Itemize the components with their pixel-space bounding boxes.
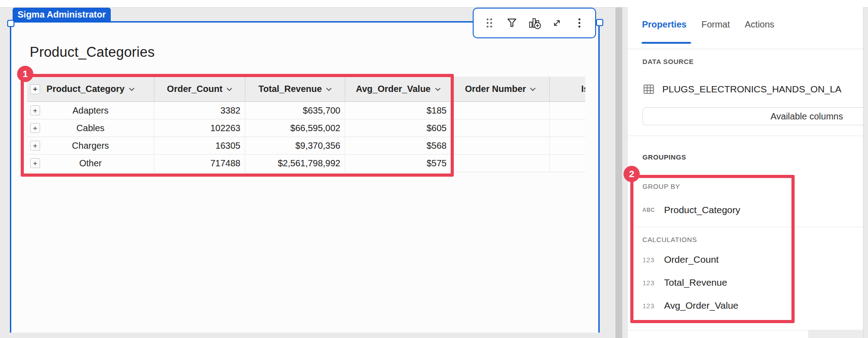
data-source-row[interactable]: PLUGS_ELECTRONICS_HANDS_ON_LA (642, 83, 863, 96)
workbook-element-canvas: Product_Categories + Product_Category Or… (10, 21, 600, 333)
element-title[interactable]: Product_Categories (30, 44, 155, 60)
cell-category[interactable]: + Adapters (27, 102, 154, 119)
cell-value: $66,595,002 (290, 123, 340, 133)
more-menu-icon[interactable] (570, 13, 588, 33)
column-header-label: Order_Count (167, 84, 222, 94)
column-header-order-number[interactable]: Order Number (452, 77, 550, 102)
panel-tabs: Properties Format Actions (642, 19, 774, 30)
expand-row-button[interactable]: + (30, 105, 40, 115)
filter-icon[interactable] (503, 13, 521, 33)
field-label: Order_Count (664, 254, 719, 265)
expand-row-button[interactable]: + (30, 158, 40, 168)
number-type-icon: 123 (642, 302, 658, 310)
field-label: Product_Category (664, 205, 740, 215)
cell-avg-order-value[interactable]: $185 (345, 102, 452, 119)
cell-category[interactable]: + Chargers (27, 137, 154, 155)
expand-row-button[interactable]: + (30, 123, 40, 133)
cell-total-revenue[interactable]: $2,561,798,992 (245, 155, 345, 172)
create-child-chart-icon[interactable] (525, 13, 543, 33)
sigma-workbook-screen: Sigma Administrator Product_Categories +… (0, 0, 868, 338)
divider (628, 136, 863, 136)
calculation-item-total-revenue[interactable]: 123 Total_Revenue (642, 277, 727, 288)
cell-total-revenue[interactable]: $9,370,356 (245, 137, 345, 155)
expand-row-button[interactable]: + (30, 141, 40, 151)
cell-value: Adapters (72, 105, 108, 116)
column-header-label: Product_Category (46, 84, 124, 94)
cell-is-cal[interactable] (550, 137, 585, 155)
data-table: + Product_Category Order_Count Total_Rev… (27, 77, 585, 172)
column-header-total-revenue[interactable]: Total_Revenue (245, 77, 345, 102)
cell-total-revenue[interactable]: $66,595,002 (245, 119, 345, 137)
column-header-order-count[interactable]: Order_Count (154, 77, 245, 102)
cell-is-cal[interactable] (550, 102, 585, 119)
cell-is-cal[interactable] (550, 119, 585, 137)
cell-order-count[interactable]: 102263 (154, 119, 245, 137)
calculation-item-order-count[interactable]: 123 Order_Count (642, 254, 719, 265)
cell-is-cal[interactable] (550, 155, 585, 172)
cell-category[interactable]: + Cables (27, 119, 154, 137)
group-by-label: GROUP BY (642, 183, 680, 190)
element-toolbar (473, 8, 596, 38)
data-source-heading: DATA SOURCE (642, 58, 694, 65)
chevron-down-icon[interactable] (326, 87, 332, 91)
cell-value: Cables (77, 123, 104, 133)
cell-total-revenue[interactable]: $635,700 (245, 102, 345, 119)
cell-value: $605 (427, 123, 447, 133)
cell-category[interactable]: + Other (27, 155, 154, 172)
vertical-scrollbar-thumb[interactable] (615, 7, 622, 338)
selection-owner-badge: Sigma Administrator (13, 8, 111, 21)
cell-avg-order-value[interactable]: $568 (345, 137, 452, 155)
text-type-icon: ABC (642, 207, 658, 213)
table-row: + Cables 102263 $66,595,002 $605 (27, 119, 585, 137)
chevron-down-icon[interactable] (226, 87, 232, 91)
tab-format[interactable]: Format (701, 19, 730, 30)
cell-value: $635,700 (303, 105, 340, 116)
expand-icon[interactable] (548, 13, 566, 33)
cell-order-number[interactable] (452, 137, 550, 155)
cell-value: 16305 (215, 141, 240, 151)
add-column-button[interactable]: + (30, 84, 40, 94)
cell-order-count[interactable]: 3382 (154, 102, 245, 119)
table-grid-icon (642, 83, 655, 96)
tab-actions[interactable]: Actions (745, 19, 774, 30)
table-row: + Other 717488 $2,561,798,992 $575 (27, 155, 585, 172)
cell-value: Other (79, 158, 102, 169)
data-source-name: PLUGS_ELECTRONICS_HANDS_ON_LA (662, 84, 841, 95)
cell-avg-order-value[interactable]: $575 (345, 155, 452, 172)
properties-panel: Properties Format Actions DATA SOURCE PL… (627, 7, 863, 338)
cell-order-number[interactable] (452, 102, 550, 119)
chevron-down-icon[interactable] (530, 87, 536, 91)
column-header-is-cal[interactable]: Is_Cal (550, 77, 585, 102)
table-row: + Chargers 16305 $9,370,356 $568 (27, 137, 585, 155)
chevron-down-icon[interactable] (435, 87, 441, 91)
number-type-icon: 123 (642, 256, 658, 264)
field-label: Avg_Order_Value (664, 300, 738, 311)
table-row: + Adapters 3382 $635,700 $185 (27, 102, 585, 119)
drag-handle-icon[interactable] (480, 13, 498, 33)
resize-handle-top-left[interactable] (7, 20, 14, 27)
field-label: Total_Revenue (664, 277, 727, 288)
cell-order-count[interactable]: 16305 (154, 137, 245, 155)
cell-value: 102263 (210, 123, 240, 133)
annotation-step-2: 2 (624, 166, 640, 182)
cell-value: 3382 (221, 105, 241, 116)
cell-order-number[interactable] (452, 155, 550, 172)
divider (628, 49, 863, 49)
available-columns-button[interactable]: Available columns (642, 107, 863, 125)
tab-properties[interactable]: Properties (642, 19, 687, 30)
cell-value: Chargers (72, 141, 109, 151)
column-header-avg-order-value[interactable]: Avg_Order_Value (345, 77, 452, 102)
group-by-item-product-category[interactable]: ABC Product_Category (642, 205, 740, 215)
cell-avg-order-value[interactable]: $605 (345, 119, 452, 137)
cell-order-number[interactable] (452, 119, 550, 137)
calculation-item-avg-order-value[interactable]: 123 Avg_Order_Value (642, 300, 738, 311)
column-header-label: Order Number (465, 84, 526, 94)
cell-order-count[interactable]: 717488 (154, 155, 245, 172)
column-header-product-category[interactable]: + Product_Category (27, 77, 154, 102)
cell-value: $185 (427, 105, 447, 116)
resize-handle-top-right[interactable] (596, 19, 603, 26)
column-header-label: Is_Cal (581, 84, 585, 94)
chevron-down-icon[interactable] (129, 87, 135, 91)
groupings-heading: GROUPINGS (642, 153, 686, 161)
column-header-label: Total_Revenue (258, 84, 322, 94)
